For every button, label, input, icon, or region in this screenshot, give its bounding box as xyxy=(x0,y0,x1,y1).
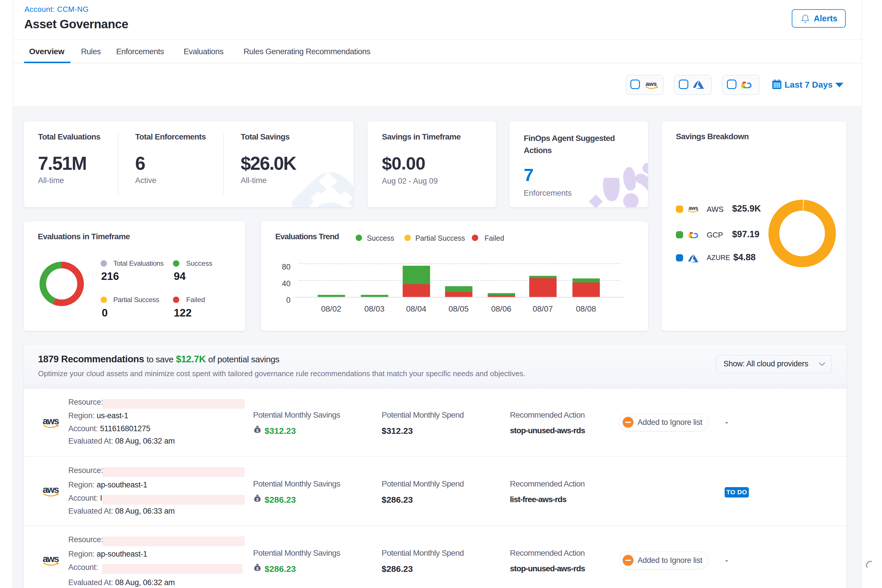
svg-text:aws: aws xyxy=(43,485,59,495)
svg-text:aws: aws xyxy=(688,205,698,211)
svg-text:aws: aws xyxy=(43,417,59,426)
svg-text:aws: aws xyxy=(646,80,657,87)
svg-text:$: $ xyxy=(256,566,258,571)
svg-text:$: $ xyxy=(256,497,258,502)
svg-text:aws: aws xyxy=(43,554,59,564)
svg-text:$: $ xyxy=(256,428,258,433)
